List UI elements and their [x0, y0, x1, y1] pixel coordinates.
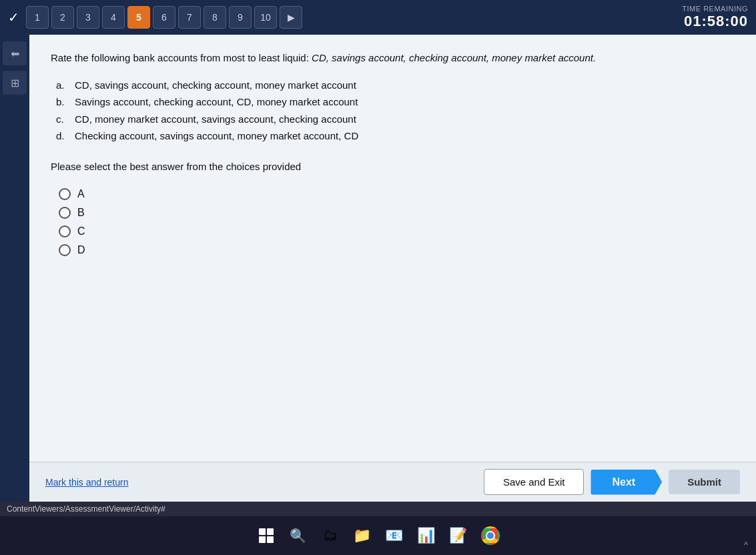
mark-return-link[interactable]: Mark this and return [45, 477, 129, 488]
nav-btn-8[interactable]: 8 [204, 6, 226, 29]
radio-circle-b[interactable] [59, 207, 71, 219]
radio-option-c[interactable]: C [59, 225, 735, 237]
search-taskbar-button[interactable]: 🔍 [286, 524, 310, 548]
file-explorer-button[interactable]: 🗂 [318, 524, 342, 548]
word-button[interactable]: 📝 [446, 524, 470, 548]
taskbar: ContentViewers/AssessmentViewer/Activity… [0, 502, 756, 555]
question-prompt: Rate the following bank accounts from mo… [51, 51, 735, 66]
powerpoint-button[interactable]: 📊 [414, 524, 438, 548]
folder-icon: 📁 [353, 527, 371, 544]
time-display: TIME REMAINING 01:58:00 [682, 5, 748, 30]
main-content: Rate the following bank accounts from mo… [29, 35, 756, 502]
sidebar-grid-icon[interactable]: ⊞ [3, 71, 27, 95]
radio-option-a[interactable]: A [59, 188, 735, 200]
radio-label-c: C [77, 225, 85, 237]
search-taskbar-icon: 🔍 [290, 528, 306, 544]
time-value: 01:58:00 [682, 13, 748, 30]
file-explorer-icon: 🗂 [323, 527, 338, 544]
radio-circle-d[interactable] [59, 244, 71, 256]
nav-btn-2[interactable]: 2 [51, 6, 74, 29]
next-button[interactable]: Next [591, 470, 662, 495]
instruction-text: Please select the best answer from the c… [51, 161, 735, 172]
top-bar: ✓ 1 2 3 4 5 6 7 8 9 10 ▶ TIME REMAINING … [0, 0, 756, 35]
radio-label-d: D [77, 244, 85, 256]
checkmark-icon: ✓ [8, 9, 19, 25]
nav-btn-1[interactable]: 1 [26, 6, 49, 29]
action-buttons: Save and Exit Next Submit [484, 469, 740, 495]
radio-option-d[interactable]: D [59, 244, 735, 256]
url-text: ContentViewers/AssessmentViewer/Activity… [7, 504, 165, 514]
radio-option-b[interactable]: B [59, 207, 735, 219]
sidebar-nav-icon[interactable]: ⬅ [3, 41, 27, 65]
nav-btn-6[interactable]: 6 [153, 6, 175, 29]
taskbar-right: ^ [744, 540, 748, 550]
nav-btn-7[interactable]: 7 [178, 6, 201, 29]
nav-btn-3[interactable]: 3 [77, 6, 99, 29]
radio-options: A B C D [59, 188, 735, 256]
nav-btn-10[interactable]: 10 [254, 6, 277, 29]
radio-circle-c[interactable] [59, 225, 71, 237]
nav-btn-5[interactable]: 5 [127, 6, 150, 29]
choice-b: b. Savings account, checking account, CD… [56, 93, 735, 111]
folder-button[interactable]: 📁 [350, 524, 374, 548]
submit-button[interactable]: Submit [669, 470, 740, 494]
choice-a: a. CD, savings account, checking account… [56, 77, 735, 94]
left-sidebar: ⬅ ⊞ [0, 35, 29, 95]
chrome-button[interactable] [478, 524, 502, 548]
outlook-icon: 📧 [385, 527, 403, 544]
url-bar: ContentViewers/AssessmentViewer/Activity… [0, 502, 756, 516]
radio-label-b: B [77, 207, 85, 219]
nav-btn-4[interactable]: 4 [102, 6, 125, 29]
answer-choices: a. CD, savings account, checking account… [56, 77, 735, 145]
outlook-button[interactable]: 📧 [382, 524, 406, 548]
radio-label-a: A [77, 188, 85, 200]
powerpoint-icon: 📊 [417, 527, 435, 544]
bottom-action-bar: Mark this and return Save and Exit Next … [29, 462, 756, 502]
chrome-icon [481, 526, 500, 545]
question-nav: 1 2 3 4 5 6 7 8 9 10 ▶ [26, 6, 302, 29]
save-exit-button[interactable]: Save and Exit [484, 469, 585, 495]
choice-c: c. CD, money market account, savings acc… [56, 111, 735, 128]
choice-d: d. Checking account, savings account, mo… [56, 127, 735, 145]
word-icon: 📝 [449, 527, 467, 544]
windows-start-button[interactable] [254, 524, 278, 548]
windows-icon [259, 528, 274, 543]
taskbar-icons: 🔍 🗂 📁 📧 📊 📝 [0, 516, 756, 555]
nav-arrow-btn[interactable]: ▶ [280, 6, 302, 29]
time-label: TIME REMAINING [682, 5, 748, 13]
radio-circle-a[interactable] [59, 188, 71, 200]
nav-btn-9[interactable]: 9 [229, 6, 252, 29]
